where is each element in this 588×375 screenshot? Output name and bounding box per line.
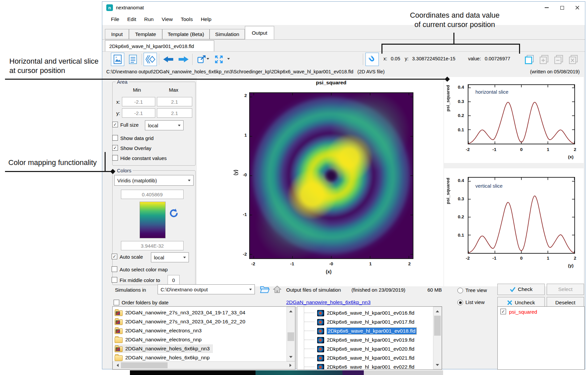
menu-tools[interactable]: Tools xyxy=(177,16,197,22)
home-button[interactable] xyxy=(273,285,282,295)
menu-edit[interactable]: Edit xyxy=(123,16,140,22)
folder-row[interactable]: 2DGaN_nanowire_electrons_nn3 xyxy=(115,326,202,335)
chevron-down-icon xyxy=(183,257,186,260)
dataset-checkbox[interactable] xyxy=(500,309,506,314)
x-min-field[interactable]: -2.1 xyxy=(122,97,155,106)
folder-list-vscrollbar[interactable] xyxy=(287,307,295,361)
select-button[interactable]: Select xyxy=(547,284,584,295)
fix-middle-color-value[interactable]: 0 xyxy=(168,275,180,285)
fullscreen-dropdown[interactable] xyxy=(226,53,231,66)
list-view-label: List view xyxy=(465,299,485,305)
rotate-colormap-button[interactable] xyxy=(168,208,178,220)
folder-row-selected[interactable]: 2DGaN_nanowire_holes_6x6kp_nn3 xyxy=(115,344,213,353)
folder-list[interactable]: 2DGaN_nanowire_27s_nn3_2023_04_19-17_33_… xyxy=(112,306,295,370)
file-row[interactable]: 2Dkp6x6_wave_hl_kpar001_ev021.fld xyxy=(304,354,414,362)
y-min-field[interactable]: -2.1 xyxy=(122,108,155,118)
vslice-y-tick: 0.3 xyxy=(453,196,464,201)
colormap-select[interactable]: Viridis (matplotlib) xyxy=(114,175,194,186)
finished-label: (finished on 23/09/2019) xyxy=(351,287,405,293)
menu-view[interactable]: View xyxy=(158,16,177,22)
menu-file[interactable]: File xyxy=(107,16,123,22)
folder-list-hscrollbar[interactable] xyxy=(113,361,295,369)
list-view-radio[interactable] xyxy=(457,300,463,305)
x-max-field[interactable]: 2.1 xyxy=(157,97,192,106)
color-max-field[interactable]: 0.405869 xyxy=(121,190,184,199)
overlay-layers-button[interactable] xyxy=(144,53,157,66)
previous-file-button[interactable] xyxy=(162,53,175,66)
show-data-grid-checkbox[interactable] xyxy=(112,135,118,141)
show-overlay-checkbox[interactable] xyxy=(112,145,118,151)
file-row[interactable]: 2Dkp6x6_wave_hl_kpar001_ev016.fld xyxy=(304,309,414,317)
tab-output[interactable]: Output xyxy=(245,26,274,39)
add-view-button[interactable] xyxy=(537,53,551,66)
scroll-up-arrow[interactable] xyxy=(433,307,441,314)
file-row[interactable]: 2Dkp6x6_wave_hl_kpar001_ev020.fld xyxy=(304,345,414,353)
fullscreen-button[interactable] xyxy=(212,53,226,66)
check-button[interactable]: Check xyxy=(497,284,545,295)
fix-middle-color-checkbox[interactable] xyxy=(112,277,117,283)
order-by-date-checkbox[interactable] xyxy=(114,300,119,305)
folder-row[interactable]: 2DGaN_nanowire_holes_6x6kp_nnp xyxy=(115,353,210,362)
close-button[interactable] xyxy=(570,2,585,14)
dataset-label[interactable]: psi_squared xyxy=(509,309,537,315)
hslice-y-tick: 0.3 xyxy=(453,99,464,104)
scroll-right-arrow[interactable] xyxy=(288,362,295,369)
tab-template[interactable]: Template xyxy=(129,29,162,39)
next-file-button[interactable] xyxy=(177,53,190,66)
remove-view-button[interactable] xyxy=(552,53,565,66)
full-size-mode-select[interactable]: local xyxy=(145,120,184,130)
scroll-down-arrow[interactable] xyxy=(433,362,441,369)
file-tab[interactable]: 2Dkp6x6_wave_hl_kpar001_ev018.fld xyxy=(105,40,214,51)
menu-help[interactable]: Help xyxy=(197,16,216,22)
dataset-list[interactable]: psi_squared xyxy=(497,306,585,370)
folder-row[interactable]: 2DGaN_nanowire_electrons_nnp xyxy=(115,335,202,344)
fix-middle-color-label: Fix middle color to xyxy=(120,277,160,283)
file-list[interactable]: 2Dkp6x6_wave_hl_kpar001_ev016.fld 2Dkp6x… xyxy=(297,306,442,370)
file-list-vscrollbar[interactable] xyxy=(433,307,442,369)
file-row[interactable]: 2Dkp6x6_wave_hl_kpar001_ev017.fld xyxy=(304,318,414,326)
field-file-icon xyxy=(317,337,324,343)
snap-cursor-button[interactable] xyxy=(365,53,379,66)
tree-view-radio[interactable] xyxy=(457,288,463,293)
y-max-field[interactable]: 2.1 xyxy=(157,108,192,118)
browse-folder-button[interactable] xyxy=(260,285,270,295)
simulations-path-select[interactable]: C:\D\nextnano output xyxy=(158,284,255,294)
chevron-down-icon xyxy=(227,58,230,61)
close-view-button[interactable] xyxy=(567,53,580,66)
background-strip xyxy=(342,370,364,375)
scroll-thumb[interactable] xyxy=(288,332,294,341)
hslice-x-axis-label: (x) xyxy=(568,154,574,159)
size-label: 60 MB xyxy=(427,287,442,293)
scroll-up-arrow[interactable] xyxy=(287,307,295,314)
simulation-link[interactable]: 2DGaN_nanowire_holes_6x6kp_nn3 xyxy=(286,299,370,305)
hide-constant-checkbox[interactable] xyxy=(112,155,118,161)
auto-scale-checkbox[interactable] xyxy=(112,254,117,259)
full-size-checkbox[interactable] xyxy=(112,122,118,127)
new-view-button[interactable] xyxy=(523,53,536,66)
auto-scale-mode-select[interactable]: local xyxy=(151,252,189,262)
show-text-button[interactable] xyxy=(126,53,140,66)
file-row[interactable]: 2Dkp6x6_wave_hl_kpar001_ev019.fld xyxy=(304,336,414,344)
vslice-x-tick: 2 xyxy=(570,256,580,261)
export-dropdown[interactable] xyxy=(206,53,210,66)
scroll-down-arrow[interactable] xyxy=(287,354,295,361)
rotate-arrow-icon xyxy=(168,208,178,218)
psi-squared-heatmap[interactable] xyxy=(249,92,413,259)
scroll-thumb[interactable] xyxy=(434,316,441,336)
auto-select-colormap-checkbox[interactable] xyxy=(112,266,117,272)
color-min-field[interactable]: 3.944E-32 xyxy=(121,241,184,250)
scroll-thumb[interactable] xyxy=(121,362,168,368)
show-image-button[interactable] xyxy=(111,53,124,66)
tab-input[interactable]: Input xyxy=(105,29,129,39)
tab-template-beta[interactable]: Template (Beta) xyxy=(162,29,210,39)
file-row[interactable]: 2Dkp6x6_wave_hl_kpar001_ev022.fld xyxy=(304,363,414,370)
file-row-selected[interactable]: 2Dkp6x6_wave_hl_kpar001_ev018.fld xyxy=(304,327,416,335)
tab-simulation[interactable]: Simulation xyxy=(210,29,245,39)
menu-run[interactable]: Run xyxy=(140,16,158,22)
maximize-button[interactable] xyxy=(554,2,570,14)
folder-row[interactable]: 2DGaN_nanowire_27s_nn3_2023_04_19-17_33_… xyxy=(115,308,245,317)
folder-icon xyxy=(115,337,123,343)
scroll-left-arrow[interactable] xyxy=(113,362,120,369)
minimize-button[interactable] xyxy=(539,2,554,14)
folder-row[interactable]: 2DGaN_nanowire_27s_nn3_2023_04_20-16_22_… xyxy=(115,317,245,326)
